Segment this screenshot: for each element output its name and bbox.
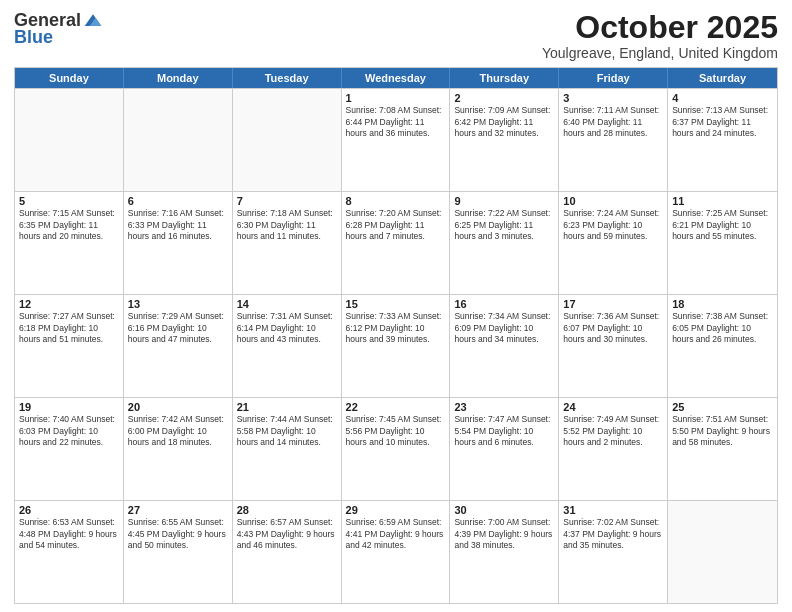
calendar-cell: 26Sunrise: 6:53 AM Sunset: 4:48 PM Dayli…: [15, 501, 124, 603]
cell-info: Sunrise: 7:47 AM Sunset: 5:54 PM Dayligh…: [454, 414, 554, 448]
cell-info: Sunrise: 7:29 AM Sunset: 6:16 PM Dayligh…: [128, 311, 228, 345]
calendar-cell: 16Sunrise: 7:34 AM Sunset: 6:09 PM Dayli…: [450, 295, 559, 397]
calendar-cell: [15, 89, 124, 191]
day-number: 19: [19, 401, 119, 413]
cell-info: Sunrise: 6:57 AM Sunset: 4:43 PM Dayligh…: [237, 517, 337, 551]
cell-info: Sunrise: 7:31 AM Sunset: 6:14 PM Dayligh…: [237, 311, 337, 345]
calendar-cell: 25Sunrise: 7:51 AM Sunset: 5:50 PM Dayli…: [668, 398, 777, 500]
cell-info: Sunrise: 6:55 AM Sunset: 4:45 PM Dayligh…: [128, 517, 228, 551]
day-number: 3: [563, 92, 663, 104]
day-number: 29: [346, 504, 446, 516]
cell-info: Sunrise: 6:59 AM Sunset: 4:41 PM Dayligh…: [346, 517, 446, 551]
cell-info: Sunrise: 7:33 AM Sunset: 6:12 PM Dayligh…: [346, 311, 446, 345]
calendar-cell: 15Sunrise: 7:33 AM Sunset: 6:12 PM Dayli…: [342, 295, 451, 397]
day-number: 6: [128, 195, 228, 207]
calendar-cell: 6Sunrise: 7:16 AM Sunset: 6:33 PM Daylig…: [124, 192, 233, 294]
calendar-cell: 2Sunrise: 7:09 AM Sunset: 6:42 PM Daylig…: [450, 89, 559, 191]
calendar-cell: 24Sunrise: 7:49 AM Sunset: 5:52 PM Dayli…: [559, 398, 668, 500]
calendar-row: 19Sunrise: 7:40 AM Sunset: 6:03 PM Dayli…: [15, 397, 777, 500]
calendar-cell: 19Sunrise: 7:40 AM Sunset: 6:03 PM Dayli…: [15, 398, 124, 500]
cell-info: Sunrise: 7:45 AM Sunset: 5:56 PM Dayligh…: [346, 414, 446, 448]
day-number: 17: [563, 298, 663, 310]
day-number: 18: [672, 298, 773, 310]
calendar-cell: 13Sunrise: 7:29 AM Sunset: 6:16 PM Dayli…: [124, 295, 233, 397]
calendar-cell: 31Sunrise: 7:02 AM Sunset: 4:37 PM Dayli…: [559, 501, 668, 603]
day-number: 21: [237, 401, 337, 413]
cell-info: Sunrise: 7:36 AM Sunset: 6:07 PM Dayligh…: [563, 311, 663, 345]
day-number: 15: [346, 298, 446, 310]
day-number: 4: [672, 92, 773, 104]
day-number: 9: [454, 195, 554, 207]
cell-info: Sunrise: 7:42 AM Sunset: 6:00 PM Dayligh…: [128, 414, 228, 448]
calendar-header-row: SundayMondayTuesdayWednesdayThursdayFrid…: [15, 68, 777, 88]
calendar-cell: 23Sunrise: 7:47 AM Sunset: 5:54 PM Dayli…: [450, 398, 559, 500]
cell-info: Sunrise: 7:49 AM Sunset: 5:52 PM Dayligh…: [563, 414, 663, 448]
month-title: October 2025: [542, 10, 778, 45]
calendar-cell: 30Sunrise: 7:00 AM Sunset: 4:39 PM Dayli…: [450, 501, 559, 603]
calendar-row: 26Sunrise: 6:53 AM Sunset: 4:48 PM Dayli…: [15, 500, 777, 603]
cell-info: Sunrise: 7:18 AM Sunset: 6:30 PM Dayligh…: [237, 208, 337, 242]
day-number: 23: [454, 401, 554, 413]
title-block: October 2025 Youlgreave, England, United…: [542, 10, 778, 61]
calendar-cell: 9Sunrise: 7:22 AM Sunset: 6:25 PM Daylig…: [450, 192, 559, 294]
calendar-cell: 21Sunrise: 7:44 AM Sunset: 5:58 PM Dayli…: [233, 398, 342, 500]
calendar-cell: 10Sunrise: 7:24 AM Sunset: 6:23 PM Dayli…: [559, 192, 668, 294]
day-number: 20: [128, 401, 228, 413]
cell-info: Sunrise: 7:08 AM Sunset: 6:44 PM Dayligh…: [346, 105, 446, 139]
calendar-cell: [668, 501, 777, 603]
calendar-cell: 4Sunrise: 7:13 AM Sunset: 6:37 PM Daylig…: [668, 89, 777, 191]
day-number: 5: [19, 195, 119, 207]
day-number: 26: [19, 504, 119, 516]
day-number: 1: [346, 92, 446, 104]
day-number: 16: [454, 298, 554, 310]
cell-info: Sunrise: 7:11 AM Sunset: 6:40 PM Dayligh…: [563, 105, 663, 139]
calendar-cell: 12Sunrise: 7:27 AM Sunset: 6:18 PM Dayli…: [15, 295, 124, 397]
calendar-cell: 5Sunrise: 7:15 AM Sunset: 6:35 PM Daylig…: [15, 192, 124, 294]
calendar: SundayMondayTuesdayWednesdayThursdayFrid…: [14, 67, 778, 604]
subtitle: Youlgreave, England, United Kingdom: [542, 45, 778, 61]
calendar-body: 1Sunrise: 7:08 AM Sunset: 6:44 PM Daylig…: [15, 88, 777, 603]
cell-info: Sunrise: 7:13 AM Sunset: 6:37 PM Dayligh…: [672, 105, 773, 139]
calendar-cell: 14Sunrise: 7:31 AM Sunset: 6:14 PM Dayli…: [233, 295, 342, 397]
cell-info: Sunrise: 7:00 AM Sunset: 4:39 PM Dayligh…: [454, 517, 554, 551]
calendar-row: 1Sunrise: 7:08 AM Sunset: 6:44 PM Daylig…: [15, 88, 777, 191]
cell-info: Sunrise: 7:16 AM Sunset: 6:33 PM Dayligh…: [128, 208, 228, 242]
calendar-cell: 11Sunrise: 7:25 AM Sunset: 6:21 PM Dayli…: [668, 192, 777, 294]
cell-info: Sunrise: 7:02 AM Sunset: 4:37 PM Dayligh…: [563, 517, 663, 551]
cell-info: Sunrise: 7:22 AM Sunset: 6:25 PM Dayligh…: [454, 208, 554, 242]
day-number: 10: [563, 195, 663, 207]
day-number: 27: [128, 504, 228, 516]
weekday-header: Friday: [559, 68, 668, 88]
day-number: 22: [346, 401, 446, 413]
day-number: 14: [237, 298, 337, 310]
calendar-row: 12Sunrise: 7:27 AM Sunset: 6:18 PM Dayli…: [15, 294, 777, 397]
calendar-cell: 28Sunrise: 6:57 AM Sunset: 4:43 PM Dayli…: [233, 501, 342, 603]
cell-info: Sunrise: 7:34 AM Sunset: 6:09 PM Dayligh…: [454, 311, 554, 345]
calendar-cell: 8Sunrise: 7:20 AM Sunset: 6:28 PM Daylig…: [342, 192, 451, 294]
calendar-row: 5Sunrise: 7:15 AM Sunset: 6:35 PM Daylig…: [15, 191, 777, 294]
weekday-header: Monday: [124, 68, 233, 88]
header: General Blue October 2025 Youlgreave, En…: [14, 10, 778, 61]
calendar-cell: 1Sunrise: 7:08 AM Sunset: 6:44 PM Daylig…: [342, 89, 451, 191]
calendar-cell: [124, 89, 233, 191]
day-number: 11: [672, 195, 773, 207]
cell-info: Sunrise: 7:25 AM Sunset: 6:21 PM Dayligh…: [672, 208, 773, 242]
calendar-cell: 27Sunrise: 6:55 AM Sunset: 4:45 PM Dayli…: [124, 501, 233, 603]
cell-info: Sunrise: 7:27 AM Sunset: 6:18 PM Dayligh…: [19, 311, 119, 345]
calendar-cell: [233, 89, 342, 191]
cell-info: Sunrise: 6:53 AM Sunset: 4:48 PM Dayligh…: [19, 517, 119, 551]
cell-info: Sunrise: 7:40 AM Sunset: 6:03 PM Dayligh…: [19, 414, 119, 448]
day-number: 7: [237, 195, 337, 207]
weekday-header: Wednesday: [342, 68, 451, 88]
day-number: 8: [346, 195, 446, 207]
calendar-cell: 3Sunrise: 7:11 AM Sunset: 6:40 PM Daylig…: [559, 89, 668, 191]
cell-info: Sunrise: 7:15 AM Sunset: 6:35 PM Dayligh…: [19, 208, 119, 242]
cell-info: Sunrise: 7:20 AM Sunset: 6:28 PM Dayligh…: [346, 208, 446, 242]
day-number: 12: [19, 298, 119, 310]
calendar-cell: 18Sunrise: 7:38 AM Sunset: 6:05 PM Dayli…: [668, 295, 777, 397]
calendar-cell: 20Sunrise: 7:42 AM Sunset: 6:00 PM Dayli…: [124, 398, 233, 500]
page: General Blue October 2025 Youlgreave, En…: [0, 0, 792, 612]
calendar-cell: 7Sunrise: 7:18 AM Sunset: 6:30 PM Daylig…: [233, 192, 342, 294]
day-number: 13: [128, 298, 228, 310]
cell-info: Sunrise: 7:24 AM Sunset: 6:23 PM Dayligh…: [563, 208, 663, 242]
